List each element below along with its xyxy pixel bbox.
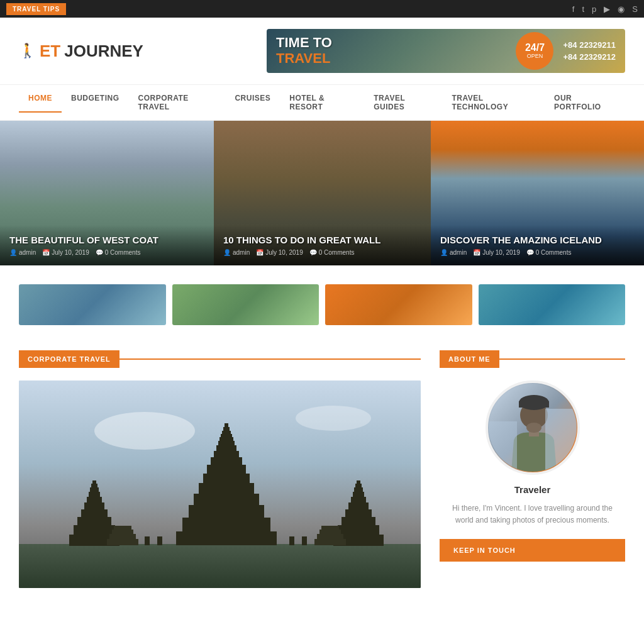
banner-hours-circle: 24/7 OPEN — [516, 32, 553, 70]
banner-open: OPEN — [527, 53, 543, 60]
svg-rect-13 — [216, 445, 236, 451]
svg-rect-7 — [194, 494, 259, 505]
logo-journey: JOURNEY — [64, 42, 143, 61]
svg-rect-38 — [355, 484, 362, 487]
thumbnail-2[interactable] — [172, 284, 319, 325]
svg-rect-25 — [87, 497, 102, 502]
svg-rect-37 — [354, 487, 363, 492]
svg-rect-27 — [90, 487, 99, 492]
svg-rect-19 — [225, 423, 228, 427]
svg-rect-23 — [81, 509, 108, 517]
pinterest-icon[interactable]: p — [592, 4, 596, 14]
travel-tips-tag: TRAVEL TIPS — [6, 3, 66, 15]
svg-rect-4 — [176, 531, 277, 545]
nav-item-corporate[interactable]: CORPORATE TRAVEL — [129, 85, 226, 120]
keep-in-touch-button[interactable]: KEEP IN TOUCH — [440, 539, 625, 562]
svg-rect-40 — [107, 539, 138, 545]
nav-link-hotel[interactable]: HOTEL & RESORT — [280, 85, 364, 120]
svg-rect-39 — [357, 480, 360, 484]
svg-rect-3 — [19, 544, 421, 588]
banner-hours: 24/7 — [525, 42, 545, 53]
svg-rect-41 — [109, 534, 136, 539]
twitter-icon[interactable]: t — [582, 4, 584, 14]
hero-overlay-3: DISCOVER THE AMAZING ICELAND 👤 admin 📅 J… — [431, 225, 644, 265]
svg-rect-14 — [218, 441, 235, 445]
nav-item-portfolio[interactable]: OUR PORTFOLIO — [545, 85, 625, 120]
hero-title-3: DISCOVER THE AMAZING ICELAND — [440, 235, 635, 245]
hero-author-1: 👤 admin — [9, 249, 36, 256]
svg-rect-11 — [211, 457, 242, 465]
facebook-icon[interactable]: f — [572, 4, 575, 14]
instagram-icon[interactable]: ◉ — [618, 4, 625, 14]
thumbnail-1[interactable] — [19, 284, 166, 325]
svg-point-1 — [94, 412, 195, 450]
hero-meta-2: 👤 admin 📅 July 10, 2019 💬 0 Comments — [223, 249, 421, 256]
svg-rect-60 — [489, 421, 517, 472]
svg-rect-26 — [89, 492, 100, 497]
svg-rect-45 — [317, 534, 343, 539]
banner-phones: +84 22329211 +84 22329212 — [563, 40, 616, 62]
youtube-icon[interactable]: ▶ — [604, 4, 610, 14]
nav-link-guides[interactable]: TRAVEL GUIDES — [364, 85, 442, 120]
corporate-bg — [19, 380, 421, 588]
svg-rect-18 — [223, 427, 230, 431]
nav-item-budgeting[interactable]: BUDGETING — [62, 85, 129, 120]
hero-grid: THE BEAUTIFUL OF WEST COAT 👤 admin 📅 Jul… — [0, 121, 644, 265]
hero-item-2[interactable]: 10 THINGS TO DO IN GREAT WALL 👤 admin 📅 … — [214, 121, 431, 265]
about-me-header: ABOUT ME — [440, 350, 625, 368]
nav-link-technology[interactable]: TRAVEL TECHNOLOGY — [443, 85, 545, 120]
corporate-travel-label: CORPORATE TRAVEL — [19, 350, 119, 368]
skype-icon[interactable]: S — [632, 4, 638, 14]
corporate-travel-line — [119, 358, 421, 360]
svg-rect-47 — [321, 526, 339, 530]
nav-item-technology[interactable]: TRAVEL TECHNOLOGY — [443, 85, 545, 120]
about-me-label: ABOUT ME — [440, 350, 499, 368]
svg-rect-17 — [222, 431, 231, 434]
logo[interactable]: 🚶 ET JOURNEY — [19, 42, 143, 61]
hero-date-1: 📅 July 10, 2019 — [42, 249, 89, 256]
hero-item-3[interactable]: DISCOVER THE AMAZING ICELAND 👤 admin 📅 J… — [431, 121, 644, 265]
hero-overlay-1: THE BEAUTIFUL OF WEST COAT 👤 admin 📅 Jul… — [0, 225, 214, 265]
svg-rect-5 — [182, 518, 270, 531]
svg-rect-24 — [84, 502, 104, 509]
banner-time-to: TIME TO — [276, 35, 506, 50]
hero-item-1[interactable]: THE BEAUTIFUL OF WEST COAT 👤 admin 📅 Jul… — [0, 121, 214, 265]
hero-meta-3: 👤 admin 📅 July 10, 2019 💬 0 Comments — [440, 249, 635, 256]
nav-item-hotel[interactable]: HOTEL & RESORT — [280, 85, 364, 120]
svg-rect-29 — [92, 480, 96, 484]
svg-rect-28 — [91, 484, 97, 487]
thumbnail-4[interactable] — [479, 284, 626, 325]
svg-rect-59 — [545, 409, 577, 472]
svg-rect-44 — [314, 539, 346, 545]
logo-et: ET — [40, 42, 60, 61]
nav-link-cruises[interactable]: CRUISES — [225, 85, 280, 111]
main-nav: HOME BUDGETING CORPORATE TRAVEL CRUISES … — [0, 84, 644, 121]
hero-title-1: THE BEAUTIFUL OF WEST COAT — [9, 235, 204, 245]
thumbnail-3[interactable] — [325, 284, 472, 325]
svg-rect-8 — [199, 483, 254, 494]
svg-rect-6 — [189, 505, 264, 518]
svg-rect-21 — [74, 525, 115, 535]
traveler-description: Hi there, I'm Vincent. I love travelling… — [440, 502, 625, 526]
svg-rect-46 — [319, 530, 341, 534]
nav-item-guides[interactable]: TRAVEL GUIDES — [364, 85, 442, 120]
svg-rect-22 — [77, 517, 111, 525]
hero-author-2: 👤 admin — [223, 249, 250, 256]
banner-phone1: +84 22329211 — [563, 40, 616, 50]
svg-rect-32 — [341, 517, 375, 525]
nav-link-budgeting[interactable]: BUDGETING — [62, 85, 129, 111]
nav-item-home[interactable]: HOME — [19, 85, 62, 120]
svg-rect-34 — [348, 502, 369, 509]
svg-rect-50 — [289, 536, 294, 545]
sidebar: ABOUT ME — [440, 350, 625, 588]
hero-overlay-2: 10 THINGS TO DO IN GREAT WALL 👤 admin 📅 … — [214, 225, 431, 265]
nav-link-corporate[interactable]: CORPORATE TRAVEL — [129, 85, 226, 120]
thumbnail-strip — [0, 265, 644, 338]
banner-text: TIME TO TRAVEL — [276, 35, 506, 67]
nav-item-cruises[interactable]: CRUISES — [225, 85, 280, 120]
corporate-travel-header: CORPORATE TRAVEL — [19, 350, 421, 368]
corporate-travel-image[interactable] — [19, 380, 421, 588]
nav-link-home[interactable]: HOME — [19, 85, 62, 113]
nav-link-portfolio[interactable]: OUR PORTFOLIO — [545, 85, 625, 120]
banner-phone2: +84 22329212 — [563, 52, 616, 62]
